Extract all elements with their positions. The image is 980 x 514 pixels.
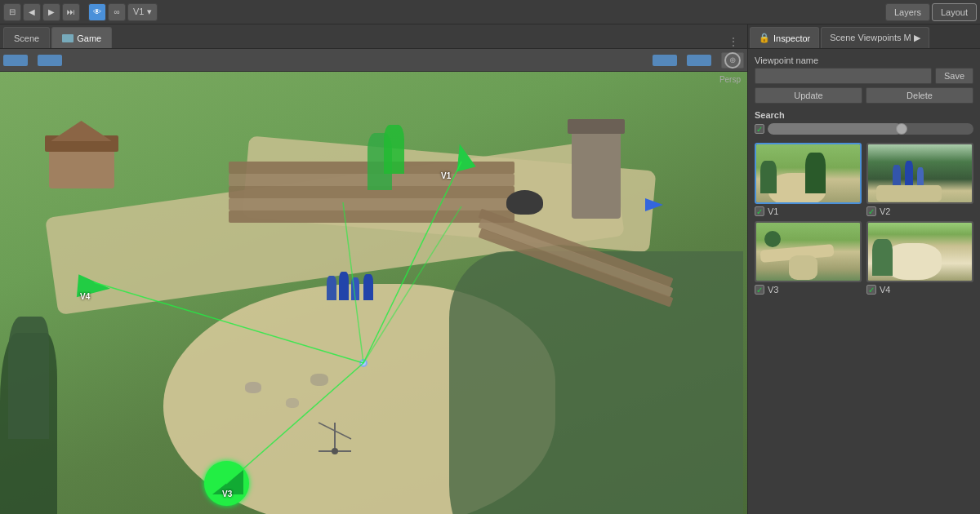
save-button[interactable]: Save	[935, 68, 973, 84]
toolbar-blue-bar-2	[38, 55, 62, 66]
plant-2	[384, 125, 404, 174]
bridge-plank-5	[229, 210, 514, 223]
bridge-plank-4	[229, 198, 514, 210]
svg-point-8	[332, 448, 338, 454]
skip-forward-btn[interactable]: ⏭	[62, 3, 80, 21]
v3-sand	[789, 255, 817, 280]
vp-arrow-blue	[645, 198, 663, 211]
viewpoint-name-row: Save	[755, 68, 973, 84]
v2-checkbox[interactable]: ✓	[866, 206, 876, 216]
thumbnail-v2: ✓ V2	[866, 143, 973, 216]
dark-terrain	[449, 251, 743, 514]
delete-button[interactable]: Delete	[866, 87, 973, 104]
search-row: ✓	[755, 123, 973, 135]
flower-2	[339, 272, 349, 300]
layout-icon-btn[interactable]: ⊟	[3, 3, 21, 21]
thumbnail-label-v2: ✓ V2	[866, 206, 973, 216]
update-delete-row: Update Delete	[755, 87, 973, 104]
persp-label: Persp	[719, 75, 741, 84]
scene-canvas[interactable]: V1 V4 V3	[0, 72, 747, 514]
scene-view: Scene Game ⋮ ⊕	[0, 24, 747, 514]
pot-object	[506, 190, 543, 215]
thumbnail-img-v1[interactable]	[755, 143, 862, 204]
rock-3	[310, 374, 328, 386]
eye-btn[interactable]: 👁	[88, 3, 106, 21]
layers-btn[interactable]: Layers	[885, 3, 930, 21]
game-tab[interactable]: Game	[51, 27, 112, 48]
thumbnail-v3: ✓ V3	[755, 221, 862, 295]
inspector-content: Viewpoint name Save Update Delete Search…	[748, 49, 980, 514]
slider-thumb	[896, 123, 907, 135]
v2-flower1	[893, 165, 901, 188]
thumbnails-grid: ✓ V1	[755, 143, 973, 295]
v2-flower2	[905, 161, 913, 187]
slider-fill	[768, 123, 902, 135]
inspector-tab-lock: 🔒	[759, 33, 770, 43]
v2-sand	[876, 185, 942, 202]
vp-label-v1: V1	[441, 171, 451, 180]
search-slider[interactable]	[768, 123, 973, 135]
viewpoints-tab-label: Scene Viewpoints M ▶	[830, 33, 920, 43]
thumb-scene-v1	[756, 144, 860, 202]
v4-label: V4	[880, 285, 890, 295]
v1-checkbox[interactable]: ✓	[755, 206, 764, 216]
toolbar-blue-bar-3	[653, 55, 677, 66]
catapult	[310, 414, 359, 455]
thumbnail-label-v4: ✓ V4	[866, 285, 973, 295]
v4-rock	[884, 243, 942, 280]
layout-btn[interactable]: Layout	[932, 3, 977, 21]
scene-tab[interactable]: Scene	[3, 27, 50, 48]
viewpoint-name-label: Viewpoint name	[755, 55, 973, 65]
flower-4	[363, 274, 373, 300]
thumbnail-v4: ✓ V4	[866, 221, 973, 295]
thumbnail-label-v3: ✓ V3	[755, 285, 862, 295]
globe-icon: ⊕	[724, 52, 741, 69]
inspector-tabs: 🔒 Inspector Scene Viewpoints M ▶	[748, 24, 980, 49]
thumb-scene-v2	[868, 144, 972, 202]
update-button[interactable]: Update	[755, 87, 862, 104]
rock-2	[286, 398, 299, 408]
right-panel: 🔒 Inspector Scene Viewpoints M ▶ Viewpoi…	[747, 24, 980, 514]
link-btn[interactable]: ∞	[108, 3, 126, 21]
thumbnail-img-v2[interactable]	[866, 143, 973, 204]
inspector-tab-label: Inspector	[773, 33, 810, 43]
globe-btn[interactable]: ⊕	[721, 52, 744, 69]
viewpoint-name-input[interactable]	[755, 68, 932, 84]
v1-tree	[760, 161, 777, 193]
v2-flower3	[917, 167, 924, 187]
forward-btn[interactable]: ▶	[42, 3, 60, 21]
back-btn[interactable]: ◀	[23, 3, 41, 21]
thumbnail-img-v4[interactable]	[866, 221, 973, 282]
search-label: Search	[755, 110, 973, 120]
v2-label: V2	[880, 206, 890, 216]
main-area: Scene Game ⋮ ⊕	[0, 24, 980, 514]
game-icon	[62, 34, 74, 42]
game-tab-label: Game	[77, 33, 101, 43]
viewpoint-name-section: Viewpoint name Save Update Delete	[755, 55, 973, 104]
camera-target	[359, 359, 368, 367]
thumb-scene-v3	[756, 223, 860, 281]
vp-label-v3: V3	[222, 490, 232, 498]
vp-label-v4: V4	[80, 292, 90, 301]
flower-1	[327, 276, 336, 300]
scene-tab-label: Scene	[14, 33, 39, 43]
v4-checkbox[interactable]: ✓	[866, 285, 876, 295]
v3-label: V3	[768, 285, 778, 295]
v4-tree	[872, 239, 893, 276]
viewpoints-tab[interactable]: Scene Viewpoints M ▶	[821, 27, 929, 48]
search-checkbox[interactable]: ✓	[755, 124, 764, 134]
scene-toolbar: ⊕	[0, 49, 747, 72]
thumbnail-img-v3[interactable]	[755, 221, 862, 282]
toolbar-blue-bar-4	[687, 55, 711, 66]
thumbnail-v1: ✓ V1	[755, 143, 862, 216]
search-section: Search ✓	[755, 109, 973, 135]
v3-checkbox[interactable]: ✓	[755, 285, 764, 295]
v1-tree2	[805, 153, 826, 193]
bush-left	[8, 317, 49, 439]
v1-label: V1	[768, 206, 778, 216]
viewpoint-dropdown[interactable]: V1 ▾	[127, 3, 158, 21]
v3-tree	[764, 231, 781, 247]
more-options-btn[interactable]: ⋮	[723, 35, 744, 48]
viewpoint-dropdown-label: V1 ▾	[133, 7, 152, 17]
inspector-tab[interactable]: 🔒 Inspector	[750, 27, 819, 48]
